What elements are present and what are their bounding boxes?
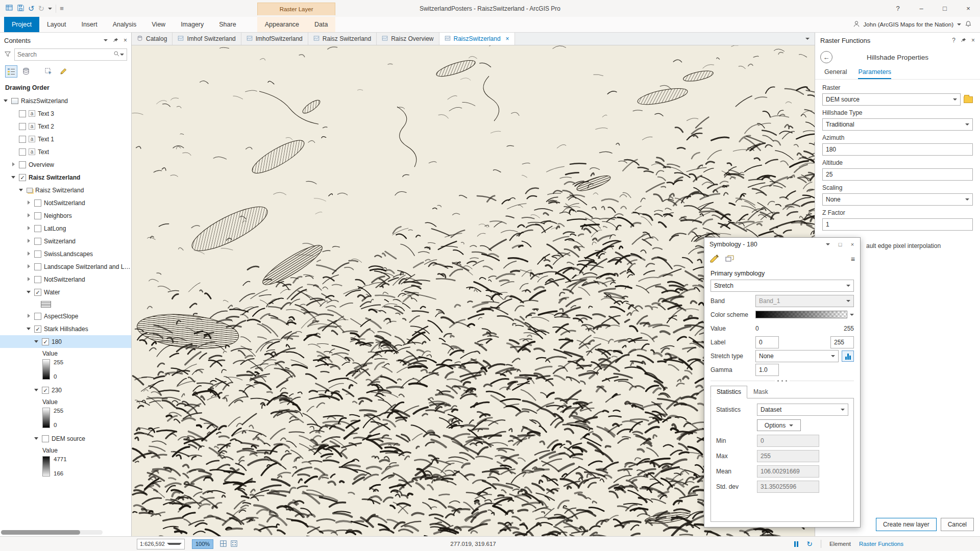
layer-item-swisslandscapes[interactable]: SwissLandscapes <box>0 247 131 260</box>
doc-tab-imhofswitzerland[interactable]: ImhofSwitzerland <box>241 33 308 45</box>
layer-visibility-checkbox[interactable] <box>19 136 26 143</box>
layer-visibility-checkbox[interactable]: ✓ <box>42 387 49 394</box>
layer-item-dem-source[interactable]: DEM source <box>0 432 131 445</box>
altitude-input[interactable] <box>822 168 973 181</box>
expander-icon[interactable] <box>26 251 32 257</box>
raster-dropdown[interactable]: DEM source <box>822 93 961 106</box>
panel-menu-caret-icon[interactable] <box>104 39 108 41</box>
layer-label[interactable]: Text 2 <box>38 123 54 130</box>
layer-item-text-3[interactable]: aText 3 <box>0 107 131 120</box>
vary-symbology-tool-icon[interactable] <box>725 254 735 265</box>
z-factor-input[interactable] <box>822 218 973 231</box>
expander-icon[interactable] <box>3 98 9 104</box>
expander-icon[interactable] <box>26 264 32 269</box>
close-panel-icon[interactable]: × <box>971 37 975 44</box>
layer-visibility-checkbox[interactable] <box>34 313 41 320</box>
back-button[interactable]: ← <box>820 51 832 63</box>
layer-label[interactable]: Stark Hillshades <box>44 325 88 333</box>
layer-visibility-checkbox[interactable] <box>34 225 41 232</box>
expander-icon[interactable] <box>34 387 39 393</box>
layer-label[interactable]: Text 1 <box>38 136 54 143</box>
expander-icon[interactable] <box>34 339 39 344</box>
layer-item-neighbors[interactable]: Neighbors <box>0 209 131 222</box>
expander-icon[interactable] <box>26 200 32 206</box>
expander-icon[interactable] <box>18 187 24 193</box>
user-caret-icon[interactable] <box>957 23 961 26</box>
layer-visibility-checkbox[interactable] <box>34 212 41 219</box>
expander-icon[interactable] <box>26 277 32 282</box>
refresh-map-icon[interactable]: ↻ <box>806 540 813 547</box>
layer-item-water[interactable]: ✓Water <box>0 286 131 298</box>
ribbon-tab-insert[interactable]: Insert <box>74 17 105 32</box>
layer-item-stark-hillshades[interactable]: ✓Stark Hillshades <box>0 322 131 335</box>
layer-visibility-checkbox[interactable] <box>34 199 41 207</box>
primary-symbology-tool-icon[interactable] <box>709 254 720 265</box>
gamma-input[interactable] <box>755 364 779 376</box>
expander-icon[interactable] <box>11 162 16 167</box>
list-by-source-icon[interactable] <box>20 65 32 78</box>
layer-item-text[interactable]: aText <box>0 145 131 158</box>
doc-tab-catalog[interactable]: Catalog <box>132 33 173 45</box>
browse-folder-icon[interactable] <box>964 96 973 103</box>
save-icon[interactable] <box>17 4 24 13</box>
tab-statistics[interactable]: Statistics <box>710 386 747 398</box>
tab-list-caret-icon[interactable] <box>800 33 815 45</box>
azimuth-input[interactable] <box>822 143 973 156</box>
layer-label[interactable]: NotSwitzerland <box>44 199 85 207</box>
label-max-input[interactable] <box>830 336 854 348</box>
layer-label[interactable]: 230 <box>52 387 62 394</box>
ribbon-tab-data[interactable]: Data <box>307 17 335 32</box>
layer-label[interactable]: RaiszSwitzerland <box>21 97 68 105</box>
customize-toolbar-icon[interactable]: ≡ <box>60 5 64 12</box>
create-new-layer-button[interactable]: Create new layer <box>876 518 937 531</box>
layer-visibility-checkbox[interactable]: ✓ <box>34 289 41 296</box>
help-button[interactable]: ? <box>886 0 910 17</box>
pin-icon[interactable] <box>112 37 119 44</box>
doc-tab-raiszswitzerland[interactable]: RaiszSwitzerland× <box>439 33 515 45</box>
map-scale-dropdown[interactable]: 1:626,592 <box>137 539 185 549</box>
ribbon-tab-appearance[interactable]: Appearance <box>257 17 307 32</box>
expander-icon[interactable] <box>26 313 32 319</box>
expander-icon[interactable] <box>11 174 16 180</box>
statistics-dropdown[interactable]: Dataset <box>757 404 848 416</box>
expander-icon[interactable] <box>26 226 32 231</box>
layer-item-230[interactable]: ✓230 <box>0 384 131 396</box>
layer-visibility-checkbox[interactable]: ✓ <box>42 338 49 345</box>
ribbon-tab-share[interactable]: Share <box>211 17 243 32</box>
search-icon[interactable] <box>113 51 120 59</box>
pause-drawing-icon[interactable] <box>794 541 798 547</box>
close-button[interactable]: × <box>957 0 980 17</box>
layer-visibility-checkbox[interactable] <box>19 110 26 117</box>
list-by-selection-icon[interactable] <box>42 65 55 78</box>
scaling-dropdown[interactable]: None <box>822 193 973 206</box>
search-input[interactable] <box>17 51 113 58</box>
layer-item-landscape-switzerland-and-liech[interactable]: Landscape Switzerland and Liech... <box>0 260 131 273</box>
help-icon[interactable]: ? <box>952 37 955 44</box>
redo-icon[interactable]: ↻ <box>38 5 45 12</box>
layer-label[interactable]: 180 <box>52 338 62 345</box>
expander-icon[interactable] <box>26 326 32 332</box>
symbology-menu-icon[interactable]: ≡ <box>851 255 855 263</box>
list-by-editing-icon[interactable] <box>57 65 69 78</box>
undo-icon[interactable]: ↺ <box>28 5 35 12</box>
layer-label[interactable]: Switzerland <box>44 238 76 245</box>
layer-item-raisz-switzerland[interactable]: ✓Raisz Switzerland <box>0 171 131 184</box>
layer-visibility-checkbox[interactable] <box>19 123 26 130</box>
layer-label[interactable]: NotSwitzerland <box>44 276 85 283</box>
layer-item-raisz-switzerland[interactable]: Raisz Switzerland <box>0 184 131 196</box>
expander-icon[interactable] <box>34 436 39 441</box>
list-by-drawing-order-icon[interactable] <box>5 65 17 78</box>
options-button[interactable]: Options <box>757 419 801 431</box>
snapping-grid-icon[interactable] <box>219 540 227 548</box>
panel-close-icon[interactable]: × <box>847 239 858 249</box>
zoom-percent-control[interactable]: 100% <box>192 539 213 549</box>
layer-visibility-checkbox[interactable] <box>19 148 26 156</box>
layer-label[interactable]: Water <box>44 289 60 296</box>
layer-label[interactable]: Neighbors <box>44 212 72 219</box>
doc-tab-imhof-switzerland[interactable]: Imhof Switzerland <box>173 33 241 45</box>
doc-tab-raisz-switzerland[interactable]: Raisz Switzerland <box>308 33 377 45</box>
search-options-caret-icon[interactable] <box>120 54 124 56</box>
layer-item-switzerland[interactable]: Switzerland <box>0 235 131 247</box>
layer-label[interactable]: Raisz Switzerland <box>29 174 80 181</box>
layer-item-notswitzerland[interactable]: NotSwitzerland <box>0 273 131 286</box>
